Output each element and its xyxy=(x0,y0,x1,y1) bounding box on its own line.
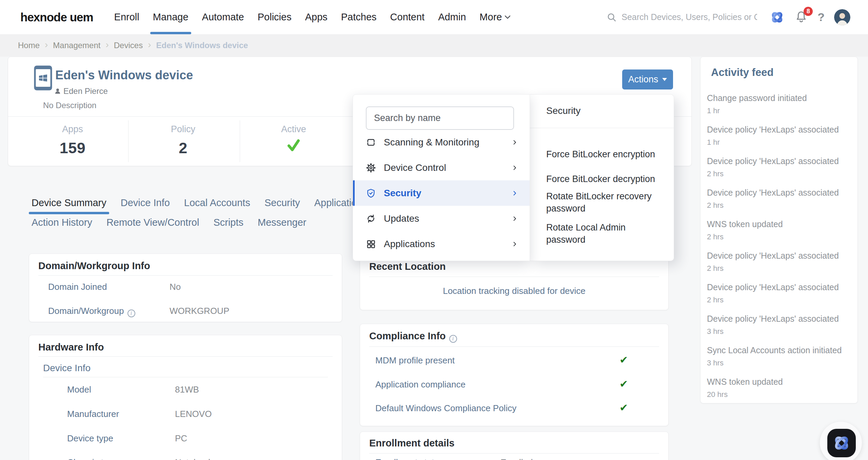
device-owner[interactable]: Eden Pierce xyxy=(54,86,108,96)
domain-card-title: Domain/Workgroup Info xyxy=(38,260,150,272)
feed-entry-time: 1 hr xyxy=(707,138,720,147)
domain-joined-label: Domain Joined xyxy=(48,282,107,292)
actions-button[interactable]: Actions xyxy=(622,69,673,89)
stat-policy[interactable]: Policy 2 xyxy=(132,124,234,157)
check-icon: ✔ xyxy=(619,354,628,366)
submenu-force-bitlocker-decryption[interactable]: Force BitLocker decryption xyxy=(546,173,658,185)
feed-entry-title: Sync Local Accounts action initiated xyxy=(707,345,842,355)
nav-automate[interactable]: Automate xyxy=(202,0,244,34)
chevron-right-icon xyxy=(511,190,518,197)
chassis-type-value: Notebook xyxy=(175,457,213,460)
nav-policies[interactable]: Policies xyxy=(258,0,292,34)
actions-menu-search-input[interactable] xyxy=(366,106,514,130)
device-type-label: Device type xyxy=(67,433,113,444)
compliance-card-title: Compliance Infoi xyxy=(369,331,457,342)
submenu-rotate-local-admin-password[interactable]: Rotate Local Admin password xyxy=(546,221,658,246)
main-nav: Enroll Manage Automate Policies Apps Pat… xyxy=(114,0,511,34)
breadcrumb-management[interactable]: Management xyxy=(53,41,100,50)
tab-messenger[interactable]: Messenger xyxy=(258,217,306,228)
notification-badge: 8 xyxy=(804,7,813,16)
breadcrumb-devices[interactable]: Devices xyxy=(114,41,143,50)
nav-content[interactable]: Content xyxy=(390,0,425,34)
breadcrumb: Home › Management › Devices › Eden's Win… xyxy=(0,34,868,57)
nav-icon-cluster: 8 ? xyxy=(769,9,850,25)
grid-icon xyxy=(366,239,376,249)
submenu-force-bitlocker-encryption[interactable]: Force BitLocker encryption xyxy=(546,148,658,160)
hardware-card-title: Hardware Info xyxy=(38,342,104,353)
tab-device-info[interactable]: Device Info xyxy=(121,197,170,208)
device-owner-name: Eden Pierce xyxy=(63,86,108,96)
enrollment-status-value: Enrolled xyxy=(500,457,533,460)
activity-feed-title: Activity feed xyxy=(711,66,773,79)
domain-joined-value: No xyxy=(170,282,181,292)
gear-icon xyxy=(366,163,376,173)
menu-item-scanning-monitoring[interactable]: Scanning & Monitoring xyxy=(353,129,530,155)
divider xyxy=(38,275,333,276)
compliance-row-default-policy: Default Windows Compliance Policy xyxy=(375,403,516,414)
feed-entry-time: 1 hr xyxy=(707,106,720,115)
menu-item-security[interactable]: Security xyxy=(353,180,530,206)
chevron-down-icon xyxy=(505,15,511,19)
menu-item-updates[interactable]: Updates xyxy=(353,206,530,231)
chevron-right-icon xyxy=(511,241,518,247)
hardware-section-title: Device Info xyxy=(43,363,91,374)
chevron-right-icon xyxy=(511,215,518,222)
location-disabled-message[interactable]: Location tracking disabled for device xyxy=(360,286,669,296)
user-avatar[interactable] xyxy=(834,9,850,25)
hexnode-gems-icon[interactable] xyxy=(769,9,785,25)
tab-local-accounts[interactable]: Local Accounts xyxy=(184,197,250,208)
search-icon xyxy=(607,12,617,22)
menu-item-device-control[interactable]: Device Control xyxy=(353,155,530,180)
enrollment-status-label: Enrollment status xyxy=(375,457,443,460)
brand-logo[interactable]: hexnode uem xyxy=(20,11,93,24)
nav-more[interactable]: More xyxy=(479,0,511,34)
domain-workgroup-label: Domain/Workgroupi xyxy=(48,306,135,316)
tab-scripts[interactable]: Scripts xyxy=(213,217,243,228)
submenu-rotate-bitlocker-recovery-password[interactable]: Rotate BitLocker recovery password xyxy=(546,190,658,215)
feed-entry-title: Device policy 'HexLaps' associated xyxy=(707,314,839,324)
enrollment-card-title: Enrollment details xyxy=(369,438,454,449)
stat-apps-value: 159 xyxy=(22,139,123,157)
feed-entry-title: WNS token updated xyxy=(707,219,783,229)
nav-admin[interactable]: Admin xyxy=(438,0,466,34)
help-icon[interactable]: ? xyxy=(817,11,825,24)
info-icon[interactable]: i xyxy=(449,335,457,343)
manufacturer-label: Manufacturer xyxy=(67,409,119,419)
tab-device-summary[interactable]: Device Summary xyxy=(32,197,106,208)
feed-entry-time: 3 hrs xyxy=(707,327,724,336)
breadcrumb-home[interactable]: Home xyxy=(18,41,40,50)
active-nav-indicator xyxy=(150,32,191,34)
notifications-bell-icon[interactable]: 8 xyxy=(794,10,808,24)
divider xyxy=(43,377,328,377)
actions-dropdown-menu: Scanning & Monitoring Device Con xyxy=(353,94,530,261)
tab-remote-view-control[interactable]: Remote View/Control xyxy=(106,217,199,228)
user-icon xyxy=(54,88,61,95)
divider xyxy=(369,453,659,454)
feed-entry-title: Device policy 'HexLaps' associated xyxy=(707,282,839,292)
feed-entry-time: 2 hrs xyxy=(707,169,724,178)
top-nav: hexnode uem Enroll Manage Automate Polic… xyxy=(0,0,868,34)
nav-enroll[interactable]: Enroll xyxy=(114,0,139,34)
active-tab-indicator xyxy=(29,212,109,214)
scan-icon xyxy=(366,137,376,147)
feed-entry-title: WNS token updated xyxy=(707,377,783,387)
chat-widget-button[interactable] xyxy=(827,429,856,457)
chassis-type-label: Chassis type xyxy=(67,457,118,460)
global-search-input[interactable] xyxy=(622,12,757,22)
feed-entry-time: 2 hrs xyxy=(707,201,724,210)
stat-apps[interactable]: Apps 159 xyxy=(22,124,123,157)
nav-apps[interactable]: Apps xyxy=(305,0,328,34)
breadcrumb-separator: › xyxy=(148,40,151,49)
breadcrumb-separator: › xyxy=(105,40,108,49)
model-label: Model xyxy=(67,384,91,395)
feed-entry-time: 2 hrs xyxy=(707,264,724,273)
sync-icon xyxy=(366,214,376,224)
feed-entry-title: Device policy 'HexLaps' associated xyxy=(707,125,839,135)
device-tabs-row1: Device Summary Device Info Local Account… xyxy=(32,197,367,208)
menu-item-applications[interactable]: Applications xyxy=(353,231,530,257)
nav-manage[interactable]: Manage xyxy=(153,0,189,34)
tab-security[interactable]: Security xyxy=(264,197,300,208)
tab-action-history[interactable]: Action History xyxy=(32,217,92,228)
nav-patches[interactable]: Patches xyxy=(341,0,377,34)
info-icon[interactable]: i xyxy=(127,309,135,317)
